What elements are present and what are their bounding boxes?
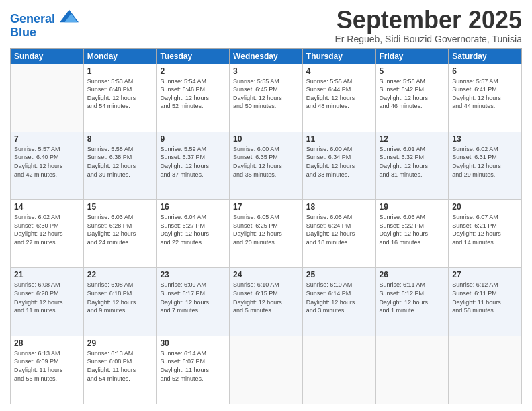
- header-wednesday: Wednesday: [230, 48, 303, 64]
- table-row: 25Sunrise: 6:10 AM Sunset: 6:14 PM Dayli…: [302, 268, 375, 336]
- day-number: 17: [233, 202, 299, 212]
- day-number: 1: [87, 66, 153, 76]
- table-row: 15Sunrise: 6:03 AM Sunset: 6:28 PM Dayli…: [83, 200, 157, 268]
- day-number: 28: [14, 338, 80, 348]
- table-row: 17Sunrise: 6:05 AM Sunset: 6:25 PM Dayli…: [230, 200, 303, 268]
- table-row: 21Sunrise: 6:08 AM Sunset: 6:20 PM Dayli…: [11, 268, 84, 336]
- day-info: Sunrise: 5:54 AM Sunset: 6:46 PM Dayligh…: [160, 77, 226, 111]
- day-info: Sunrise: 5:58 AM Sunset: 6:38 PM Dayligh…: [87, 145, 153, 179]
- day-number: 27: [452, 270, 518, 279]
- day-info: Sunrise: 5:55 AM Sunset: 6:45 PM Dayligh…: [233, 77, 299, 111]
- day-info: Sunrise: 6:02 AM Sunset: 6:31 PM Dayligh…: [452, 145, 518, 179]
- day-info: Sunrise: 6:01 AM Sunset: 6:32 PM Dayligh…: [380, 145, 445, 179]
- day-info: Sunrise: 6:02 AM Sunset: 6:30 PM Dayligh…: [14, 213, 80, 246]
- calendar-week-row: 1Sunrise: 5:53 AM Sunset: 6:48 PM Daylig…: [11, 64, 522, 132]
- day-number: 20: [452, 202, 518, 212]
- day-number: 22: [87, 270, 153, 279]
- day-number: 15: [87, 202, 153, 212]
- table-row: 20Sunrise: 6:07 AM Sunset: 6:21 PM Dayli…: [449, 200, 522, 268]
- table-row: [11, 64, 84, 132]
- table-row: [302, 336, 375, 404]
- header-saturday: Saturday: [449, 48, 522, 64]
- header-monday: Monday: [83, 48, 157, 64]
- day-number: 30: [160, 338, 226, 348]
- day-number: 11: [306, 134, 372, 144]
- table-row: 24Sunrise: 6:10 AM Sunset: 6:15 PM Dayli…: [230, 268, 303, 336]
- day-info: Sunrise: 6:00 AM Sunset: 6:35 PM Dayligh…: [233, 145, 299, 179]
- table-row: 10Sunrise: 6:00 AM Sunset: 6:35 PM Dayli…: [230, 132, 303, 199]
- day-number: 8: [87, 134, 153, 144]
- table-row: [375, 336, 449, 404]
- weekday-header-row: Sunday Monday Tuesday Wednesday Thursday…: [11, 48, 522, 64]
- day-number: 3: [233, 66, 299, 76]
- day-number: 26: [380, 270, 445, 279]
- day-number: 16: [160, 202, 226, 212]
- day-info: Sunrise: 6:13 AM Sunset: 6:09 PM Dayligh…: [14, 349, 80, 383]
- table-row: 9Sunrise: 5:59 AM Sunset: 6:37 PM Daylig…: [157, 132, 230, 199]
- table-row: 12Sunrise: 6:01 AM Sunset: 6:32 PM Dayli…: [375, 132, 449, 199]
- day-number: 19: [380, 202, 445, 212]
- table-row: 23Sunrise: 6:09 AM Sunset: 6:17 PM Dayli…: [157, 268, 230, 336]
- title-block: September 2025 Er Regueb, Sidi Bouzid Go…: [335, 7, 522, 44]
- day-info: Sunrise: 6:12 AM Sunset: 6:11 PM Dayligh…: [452, 281, 518, 314]
- day-info: Sunrise: 6:05 AM Sunset: 6:24 PM Dayligh…: [306, 213, 372, 246]
- day-info: Sunrise: 6:03 AM Sunset: 6:28 PM Dayligh…: [87, 213, 153, 246]
- day-number: 6: [452, 66, 518, 76]
- calendar-week-row: 28Sunrise: 6:13 AM Sunset: 6:09 PM Dayli…: [11, 336, 522, 404]
- calendar-week-row: 7Sunrise: 5:57 AM Sunset: 6:40 PM Daylig…: [11, 132, 522, 199]
- day-number: 18: [306, 202, 372, 212]
- day-info: Sunrise: 6:09 AM Sunset: 6:17 PM Dayligh…: [160, 281, 226, 314]
- day-number: 21: [14, 270, 80, 279]
- day-number: 10: [233, 134, 299, 144]
- day-number: 24: [233, 270, 299, 279]
- day-info: Sunrise: 6:10 AM Sunset: 6:14 PM Dayligh…: [306, 281, 372, 314]
- header-thursday: Thursday: [302, 48, 375, 64]
- table-row: [449, 336, 522, 404]
- day-info: Sunrise: 6:06 AM Sunset: 6:22 PM Dayligh…: [380, 213, 445, 246]
- table-row: 27Sunrise: 6:12 AM Sunset: 6:11 PM Dayli…: [449, 268, 522, 336]
- day-info: Sunrise: 6:08 AM Sunset: 6:18 PM Dayligh…: [87, 281, 153, 314]
- logo-blue: Blue: [10, 26, 79, 40]
- day-info: Sunrise: 6:08 AM Sunset: 6:20 PM Dayligh…: [14, 281, 80, 314]
- table-row: 11Sunrise: 6:00 AM Sunset: 6:34 PM Dayli…: [302, 132, 375, 199]
- logo-text: General: [10, 9, 79, 26]
- header: General Blue September 2025 Er Regueb, S…: [10, 7, 522, 44]
- day-info: Sunrise: 6:05 AM Sunset: 6:25 PM Dayligh…: [233, 213, 299, 246]
- header-friday: Friday: [375, 48, 449, 64]
- table-row: 29Sunrise: 6:13 AM Sunset: 6:08 PM Dayli…: [83, 336, 157, 404]
- table-row: 22Sunrise: 6:08 AM Sunset: 6:18 PM Dayli…: [83, 268, 157, 336]
- day-number: 29: [87, 338, 153, 348]
- table-row: 16Sunrise: 6:04 AM Sunset: 6:27 PM Dayli…: [157, 200, 230, 268]
- day-info: Sunrise: 6:07 AM Sunset: 6:21 PM Dayligh…: [452, 213, 518, 246]
- calendar-week-row: 21Sunrise: 6:08 AM Sunset: 6:20 PM Dayli…: [11, 268, 522, 336]
- table-row: 1Sunrise: 5:53 AM Sunset: 6:48 PM Daylig…: [83, 64, 157, 132]
- day-number: 14: [14, 202, 80, 212]
- day-info: Sunrise: 5:53 AM Sunset: 6:48 PM Dayligh…: [87, 77, 153, 111]
- table-row: 4Sunrise: 5:55 AM Sunset: 6:44 PM Daylig…: [302, 64, 375, 132]
- logo-icon: [60, 9, 79, 23]
- header-tuesday: Tuesday: [157, 48, 230, 64]
- table-row: 3Sunrise: 5:55 AM Sunset: 6:45 PM Daylig…: [230, 64, 303, 132]
- table-row: 13Sunrise: 6:02 AM Sunset: 6:31 PM Dayli…: [449, 132, 522, 199]
- table-row: 8Sunrise: 5:58 AM Sunset: 6:38 PM Daylig…: [83, 132, 157, 199]
- logo: General Blue: [10, 9, 79, 40]
- day-info: Sunrise: 5:57 AM Sunset: 6:41 PM Dayligh…: [452, 77, 518, 111]
- day-info: Sunrise: 6:11 AM Sunset: 6:12 PM Dayligh…: [380, 281, 445, 314]
- table-row: 19Sunrise: 6:06 AM Sunset: 6:22 PM Dayli…: [375, 200, 449, 268]
- table-row: 14Sunrise: 6:02 AM Sunset: 6:30 PM Dayli…: [11, 200, 84, 268]
- table-row: 6Sunrise: 5:57 AM Sunset: 6:41 PM Daylig…: [449, 64, 522, 132]
- day-number: 7: [14, 134, 80, 144]
- table-row: 18Sunrise: 6:05 AM Sunset: 6:24 PM Dayli…: [302, 200, 375, 268]
- day-number: 4: [306, 66, 372, 76]
- table-row: 26Sunrise: 6:11 AM Sunset: 6:12 PM Dayli…: [375, 268, 449, 336]
- day-info: Sunrise: 5:59 AM Sunset: 6:37 PM Dayligh…: [160, 145, 226, 179]
- day-info: Sunrise: 6:14 AM Sunset: 6:07 PM Dayligh…: [160, 349, 226, 383]
- day-number: 12: [380, 134, 445, 144]
- day-number: 5: [380, 66, 445, 76]
- calendar-week-row: 14Sunrise: 6:02 AM Sunset: 6:30 PM Dayli…: [11, 200, 522, 268]
- calendar-page: General Blue September 2025 Er Regueb, S…: [0, 0, 532, 411]
- table-row: 30Sunrise: 6:14 AM Sunset: 6:07 PM Dayli…: [157, 336, 230, 404]
- table-row: 7Sunrise: 5:57 AM Sunset: 6:40 PM Daylig…: [11, 132, 84, 199]
- day-number: 25: [306, 270, 372, 279]
- day-info: Sunrise: 6:04 AM Sunset: 6:27 PM Dayligh…: [160, 213, 226, 246]
